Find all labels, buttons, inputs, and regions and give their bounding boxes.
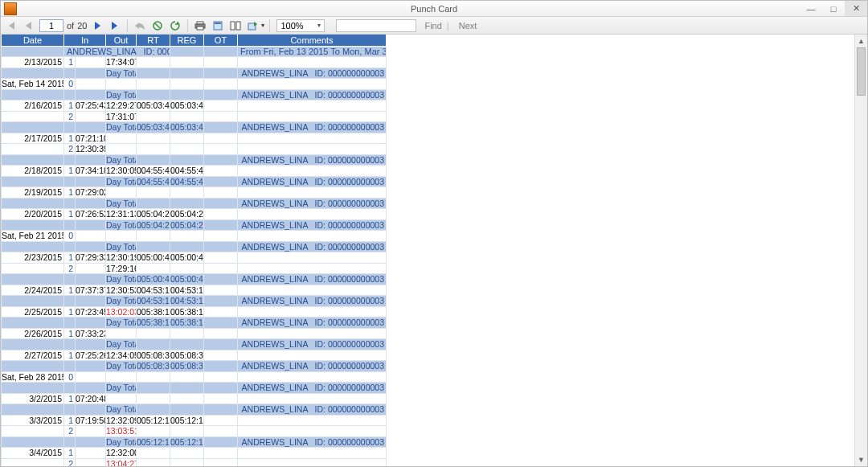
table-row: Day TotalANDREWS_LINA ID: 000000000003: [2, 404, 387, 416]
table-row: Day TotalANDREWS_LINA ID: 000000000003: [2, 89, 387, 100]
print-button[interactable]: [193, 18, 207, 33]
table-row: 2/26/2015107:33:23: [2, 328, 387, 339]
svg-rect-6: [231, 22, 235, 30]
report-viewport: Date In Out RT REG OT Comments ANDREWS_L…: [1, 35, 854, 466]
page-setup-button[interactable]: [228, 18, 243, 33]
table-row: Day TotalANDREWS_LINA ID: 000000000003: [2, 241, 387, 252]
table-row: 2/25/2015107:23:4513:02:03005:38:18005:3…: [2, 306, 387, 317]
table-row: ANDREWS_LINA ID: 000000000003From Fri, F…: [2, 46, 387, 57]
print-layout-button[interactable]: [211, 18, 225, 33]
close-button[interactable]: ✕: [845, 1, 867, 16]
table-row: 2/13/2015117:34:07: [2, 57, 387, 68]
svg-rect-3: [197, 27, 203, 30]
table-row: 217:31:07: [2, 111, 387, 122]
table-row: 2/18/2015107:34:1812:30:05004:55:47004:5…: [2, 166, 387, 177]
col-date: Date: [2, 35, 64, 46]
table-row: Day TotalANDREWS_LINA ID: 000000000003: [2, 383, 387, 394]
table-row: Day TotalANDREWS_LINA ID: 000000000003: [2, 198, 387, 209]
minimize-button[interactable]: —: [800, 1, 822, 16]
export-button[interactable]: [246, 18, 260, 33]
table-row: 212:30:39: [2, 144, 387, 155]
table-row: Day TotalANDREWS_LINA ID: 000000000003: [2, 339, 387, 350]
table-row: Day TotalANDREWS_LINA ID: 000000000003: [2, 154, 387, 166]
table-row: 2/23/2015107:29:3312:30:19005:00:46005:0…: [2, 252, 387, 264]
app-icon: [4, 2, 17, 15]
table-row: Day Total005:12:19005:12:19ANDREWS_LINA …: [2, 436, 387, 448]
first-page-button[interactable]: [4, 18, 18, 33]
table-row: 2/17/2015107:21:10: [2, 133, 387, 144]
window-title: Punch Card: [1, 4, 867, 14]
table-row: 3/4/2015112:32:00: [2, 448, 387, 459]
app-window: Punch Card — □ ✕ of 20: [0, 0, 868, 467]
separator: |: [447, 21, 449, 31]
scroll-up-icon[interactable]: ▲: [855, 35, 867, 47]
table-row: Day Total004:53:16004:53:16ANDREWS_LINA …: [2, 296, 387, 307]
table-row: 2/19/2015107:29:02: [2, 187, 387, 199]
col-in: In: [64, 35, 106, 46]
scroll-thumb[interactable]: [857, 47, 866, 96]
find-button[interactable]: Find: [424, 21, 441, 31]
find-next-button[interactable]: Next: [459, 21, 477, 31]
prev-page-button[interactable]: [22, 18, 36, 33]
col-ot: OT: [204, 35, 238, 46]
table-row: 3/3/2015107:19:5012:32:09005:12:19005:12…: [2, 415, 387, 426]
table-row: Day Total005:03:44005:03:44ANDREWS_LINA …: [2, 122, 387, 133]
separator: [187, 19, 188, 32]
zoom-value: 100%: [280, 21, 303, 31]
back-button[interactable]: [133, 18, 147, 33]
punchcard-table: Date In Out RT REG OT Comments ANDREWS_L…: [1, 35, 387, 466]
svg-rect-5: [215, 23, 221, 24]
table-row: Day Total005:08:39005:08:39ANDREWS_LINA …: [2, 361, 387, 372]
table-row: 213:03:51: [2, 426, 387, 437]
table-row: Sat, Feb 28 20150: [2, 371, 387, 383]
table-row: 3/2/2015107:20:48: [2, 393, 387, 404]
separator: [127, 19, 128, 32]
table-row: Day Total005:00:46005:00:46ANDREWS_LINA …: [2, 274, 387, 285]
page-of-label: of: [67, 21, 74, 31]
table-header-row: Date In Out RT REG OT Comments: [2, 35, 387, 46]
separator: [269, 19, 270, 32]
chevron-down-icon: ▾: [317, 22, 321, 29]
page-total: 20: [77, 21, 87, 31]
find-input[interactable]: [336, 19, 416, 32]
table-row: Day Total004:55:47004:55:47ANDREWS_LINA …: [2, 176, 387, 187]
col-comments: Comments: [238, 35, 387, 46]
table-row: Day Total005:38:18005:38:18ANDREWS_LINA …: [2, 317, 387, 329]
table-row: 217:29:16: [2, 263, 387, 274]
maximize-button[interactable]: □: [822, 1, 845, 16]
page-number-input[interactable]: [39, 19, 63, 32]
window-controls: — □ ✕: [800, 1, 867, 16]
report-toolbar: of 20 ▾ 100%: [1, 17, 867, 35]
col-reg: REG: [170, 35, 204, 46]
svg-rect-7: [236, 22, 240, 30]
col-out: Out: [106, 35, 137, 46]
table-row: Day TotalANDREWS_LINA ID: 000000000003: [2, 68, 387, 79]
export-dropdown-arrow[interactable]: ▾: [261, 22, 264, 29]
table-row: 2/16/2015107:25:4312:29:27005:03:44005:0…: [2, 100, 387, 112]
last-page-button[interactable]: [108, 18, 122, 33]
title-bar: Punch Card — □ ✕: [1, 1, 867, 17]
next-page-button[interactable]: [90, 18, 104, 33]
table-row: 2/20/2015107:26:5212:31:13005:04:21005:0…: [2, 209, 387, 220]
table-row: 2/27/2015107:25:2612:34:05005:08:39005:0…: [2, 350, 387, 361]
table-row: 2/24/2015107:37:3712:30:53004:53:16004:5…: [2, 285, 387, 296]
table-row: Day Total005:04:21005:04:21ANDREWS_LINA …: [2, 219, 387, 231]
scroll-down-icon[interactable]: ▼: [855, 453, 867, 466]
col-rt: RT: [137, 35, 170, 46]
refresh-button[interactable]: [168, 18, 182, 33]
stop-button[interactable]: [150, 18, 165, 33]
vertical-scrollbar[interactable]: ▲ ▼: [854, 35, 867, 466]
table-row: Sat, Feb 14 20150: [2, 79, 387, 90]
table-row: 213:04:27: [2, 458, 387, 466]
report-area: Date In Out RT REG OT Comments ANDREWS_L…: [1, 35, 867, 466]
table-row: Sat, Feb 21 20150: [2, 231, 387, 242]
zoom-select[interactable]: 100% ▾: [276, 19, 325, 32]
